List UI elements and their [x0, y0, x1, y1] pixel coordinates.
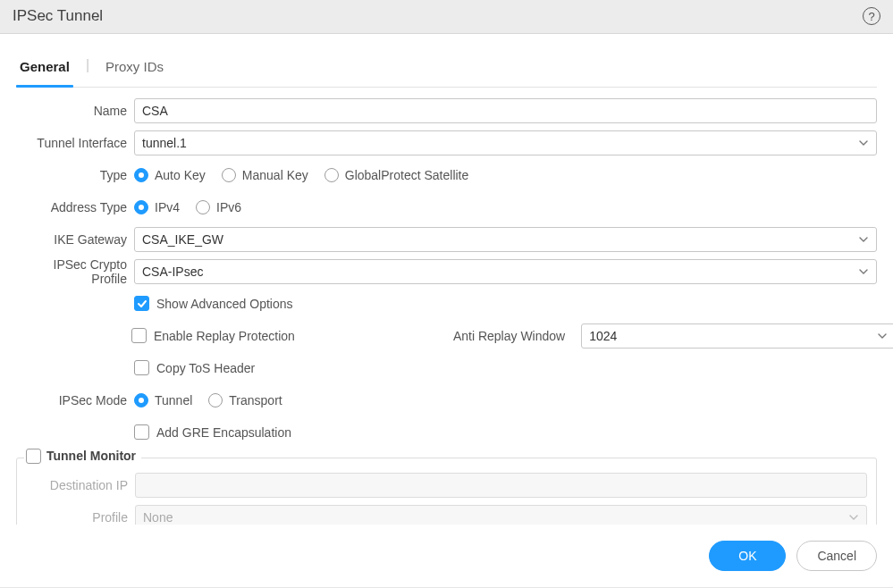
add-gre-encapsulation-label: Add GRE Encapsulation: [156, 425, 291, 440]
ike-gateway-select[interactable]: CSA_IKE_GW: [134, 227, 877, 252]
tab-proxy-ids[interactable]: Proxy IDs: [102, 50, 167, 87]
anti-replay-window-select[interactable]: 1024: [581, 323, 893, 349]
ipsec-tunnel-dialog: IPSec Tunnel ? General | Proxy IDs Name …: [0, 0, 893, 588]
ipsec-crypto-profile-select[interactable]: CSA-IPsec: [134, 259, 877, 284]
name-input[interactable]: CSA: [134, 98, 877, 123]
profile-value: None: [143, 510, 173, 525]
radio-dot-icon: [196, 200, 210, 214]
ike-gateway-value: CSA_IKE_GW: [142, 232, 223, 247]
tunnel-interface-label: Tunnel Interface: [16, 136, 134, 150]
ipsec-crypto-profile-label: IPSec Crypto Profile: [16, 257, 134, 286]
chevron-down-icon: [848, 512, 859, 523]
anti-replay-window-value: 1024: [589, 329, 617, 343]
radio-dot-icon: [134, 200, 148, 214]
ipsec-mode-transport-radio[interactable]: Transport: [208, 393, 282, 407]
chevron-down-icon: [858, 234, 869, 245]
tunnel-monitor-checkbox[interactable]: Tunnel Monitor: [24, 449, 141, 464]
radio-dot-icon: [324, 168, 339, 182]
copy-tos-header-label: Copy ToS Header: [156, 361, 255, 375]
enable-replay-protection-checkbox[interactable]: Enable Replay Protection: [131, 328, 295, 343]
checkbox-box-icon: [134, 360, 149, 375]
tabs: General | Proxy IDs: [16, 50, 877, 88]
copy-tos-header-checkbox[interactable]: Copy ToS Header: [134, 360, 255, 375]
tab-general[interactable]: General: [16, 50, 73, 87]
radio-dot-icon: [222, 168, 236, 182]
show-advanced-label: Show Advanced Options: [156, 297, 293, 311]
checkbox-box-icon: [26, 449, 41, 464]
add-gre-encapsulation-checkbox[interactable]: Add GRE Encapsulation: [134, 424, 291, 440]
dialog-title: IPSec Tunnel: [13, 7, 103, 25]
radio-dot-icon: [208, 393, 223, 407]
general-form: Name CSA Tunnel Interface tunnel.1: [16, 97, 877, 525]
dialog-body: General | Proxy IDs Name CSA Tunnel Inte…: [0, 34, 893, 525]
dialog-footer: OK Cancel: [0, 525, 893, 587]
radio-dot-icon: [134, 168, 148, 182]
checkbox-box-icon: [131, 328, 147, 343]
ipsec-mode-label: IPSec Mode: [16, 393, 134, 407]
ok-button[interactable]: OK: [709, 541, 786, 571]
profile-label: Profile: [17, 510, 135, 525]
tunnel-interface-select[interactable]: tunnel.1: [134, 130, 877, 155]
tunnel-interface-value: tunnel.1: [142, 136, 187, 150]
destination-ip-input: [135, 473, 867, 498]
anti-replay-window-label: Anti Replay Window: [453, 329, 572, 343]
type-manual-key-radio[interactable]: Manual Key: [222, 168, 308, 182]
destination-ip-label: Destination IP: [17, 478, 135, 492]
ipsec-crypto-profile-value: CSA-IPsec: [142, 265, 203, 279]
address-type-ipv4-label: IPv4: [155, 200, 180, 214]
tunnel-monitor-label: Tunnel Monitor: [46, 449, 136, 463]
type-gp-satellite-label: GlobalProtect Satellite: [345, 168, 469, 182]
chevron-down-icon: [877, 331, 888, 341]
help-icon[interactable]: ?: [863, 7, 880, 25]
type-manual-key-label: Manual Key: [242, 168, 308, 182]
type-label: Type: [16, 168, 134, 182]
profile-select: None: [135, 505, 867, 525]
type-gp-satellite-radio[interactable]: GlobalProtect Satellite: [324, 168, 469, 182]
name-value: CSA: [142, 104, 168, 118]
address-type-ipv4-radio[interactable]: IPv4: [134, 200, 180, 214]
ipsec-mode-transport-label: Transport: [229, 393, 282, 407]
checkbox-box-icon: [134, 424, 149, 440]
ipsec-mode-tunnel-label: Tunnel: [155, 393, 192, 407]
radio-dot-icon: [134, 393, 148, 407]
address-type-label: Address Type: [16, 200, 134, 214]
show-advanced-checkbox[interactable]: Show Advanced Options: [134, 296, 293, 311]
address-type-ipv6-label: IPv6: [216, 200, 241, 214]
tab-separator: |: [86, 57, 89, 79]
enable-replay-protection-label: Enable Replay Protection: [154, 329, 295, 343]
type-auto-key-radio[interactable]: Auto Key: [134, 168, 206, 182]
checkbox-box-icon: [134, 296, 149, 311]
ike-gateway-label: IKE Gateway: [16, 232, 134, 247]
address-type-ipv6-radio[interactable]: IPv6: [196, 200, 241, 214]
cancel-button[interactable]: Cancel: [796, 541, 877, 571]
name-label: Name: [16, 104, 134, 118]
titlebar: IPSec Tunnel ?: [0, 0, 893, 34]
type-auto-key-label: Auto Key: [155, 168, 206, 182]
tunnel-monitor-fieldset: Tunnel Monitor Destination IP Profile No…: [16, 458, 877, 525]
chevron-down-icon: [858, 266, 869, 277]
chevron-down-icon: [858, 138, 869, 148]
ipsec-mode-tunnel-radio[interactable]: Tunnel: [134, 393, 192, 407]
